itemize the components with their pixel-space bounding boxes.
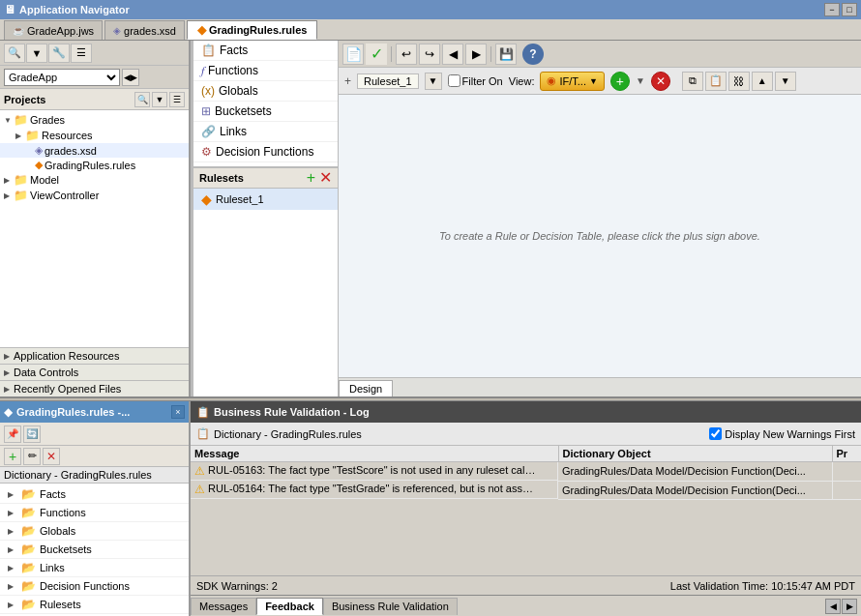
grades-xsd-icon: ◈ [113, 25, 121, 36]
tree-item-gradingrules[interactable]: ◆ GradingRules.rules [0, 158, 189, 172]
app-nav-btn[interactable]: ◀▶ [122, 69, 139, 86]
rulesets-del-btn[interactable]: ✕ [319, 170, 332, 186]
app-selector: GradeApp ◀▶ [0, 66, 189, 89]
check-btn[interactable]: ✓ [366, 44, 387, 65]
tab-gradeapp[interactable]: ☕ GradeApp.jws [4, 20, 103, 40]
down-btn[interactable]: ▼ [775, 72, 796, 91]
design-tab[interactable]: Design [339, 380, 393, 396]
tree-item-resources[interactable]: ▶ 📁 Resources [0, 128, 189, 143]
nav-item-decision[interactable]: ⚙ Decision Functions [193, 142, 338, 162]
bottom-tree-item-links[interactable]: ▶ 📂 Links [0, 559, 189, 577]
tab-gradingrules[interactable]: ◆ GradingRules.rules [187, 20, 317, 40]
toolbar-btn-1[interactable]: 🔍 [4, 44, 25, 63]
bottom-tree-item-rulesets[interactable]: ▶ 📂 Rulesets [0, 596, 189, 614]
toolbar-btn-4[interactable]: ☰ [71, 44, 92, 63]
nav-item-bucketsets[interactable]: ⊞ Bucketsets [193, 102, 338, 122]
recent-files-expand-icon: ▶ [4, 385, 14, 394]
section-data-controls[interactable]: ▶ Data Controls [0, 364, 189, 380]
tree-item-model[interactable]: ▶ 📁 Model [0, 172, 189, 188]
bottom-facts-folder: 📂 [21, 487, 36, 501]
nav-item-globals[interactable]: (x) Globals [193, 81, 338, 102]
log-row-1-message: ⚠ RUL-05163: The fact type "TestScore" i… [191, 462, 558, 481]
link-btn[interactable]: ⛓ [728, 72, 750, 91]
tab-gradeapp-label: GradeApp.jws [27, 25, 94, 37]
scroll-left-btn[interactable]: ◀ [825, 599, 841, 614]
tree-item-grades[interactable]: ▼ 📁 Grades [0, 112, 189, 128]
ruleset-current-name: Ruleset_1 [357, 73, 419, 89]
ruleset-dropdown-btn[interactable]: ▼ [425, 73, 442, 90]
filter-on-label[interactable]: Filter On [448, 74, 503, 87]
bottom-dict-title-text: Dictionary - GradingRules.rules [4, 469, 152, 481]
tb-separator-2 [490, 46, 491, 62]
back-btn[interactable]: ◀ [442, 44, 463, 65]
tab-gradingrules-label: GradingRules.rules [209, 24, 307, 36]
delete-rule-btn[interactable]: ✕ [651, 72, 670, 91]
redo-btn[interactable]: ↪ [419, 44, 440, 65]
add-dict-btn[interactable]: + [4, 448, 21, 465]
section-app-resources[interactable]: ▶ Application Resources [0, 347, 189, 364]
bottom-globals-folder: 📂 [21, 524, 36, 538]
nav-item-functions[interactable]: 𝑓 Functions [193, 61, 338, 81]
paste-btn[interactable]: 📋 [705, 72, 727, 91]
ruleset-1-label: Ruleset_1 [216, 193, 264, 205]
toolbar-btn-2[interactable]: ▼ [26, 44, 47, 63]
bottom-tree-item-facts[interactable]: ▶ 📂 Facts [0, 485, 189, 504]
save-btn[interactable]: 💾 [495, 44, 517, 65]
tab-feedback[interactable]: Feedback [256, 598, 323, 615]
bottom-tree-item-functions[interactable]: ▶ 📂 Functions [0, 504, 189, 522]
section-data-controls-label: Data Controls [14, 367, 78, 378]
log-row-2[interactable]: ⚠ RUL-05164: The fact type "TestGrade" i… [191, 481, 861, 499]
minimize-btn[interactable]: − [824, 3, 840, 16]
bucketsets-icon: ⊞ [201, 104, 211, 118]
scroll-right-btn[interactable]: ▶ [842, 599, 857, 614]
copy-btn[interactable]: ⧉ [682, 72, 703, 91]
up-btn[interactable]: ▲ [752, 72, 773, 91]
log-row-1-dict: GradingRules/Data Model/Decision Functio… [558, 462, 832, 482]
undo-btn[interactable]: ↩ [396, 44, 417, 65]
title-bar-text: Application Navigator [19, 4, 130, 15]
log-header-label: Business Rule Validation - Log [214, 406, 370, 418]
display-warnings-checkbox[interactable] [709, 427, 722, 440]
new-btn[interactable]: 📄 [342, 44, 364, 65]
projects-search-btn[interactable]: 🔍 [134, 92, 150, 107]
model-folder-icon: 📁 [14, 173, 28, 187]
bottom-tree-item-globals[interactable]: ▶ 📂 Globals [0, 522, 189, 541]
toolbar-btn-3[interactable]: 🔧 [48, 44, 70, 63]
bottom-bucketsets-label: Bucketsets [40, 543, 92, 555]
resources-expand-icon: ▶ [15, 132, 25, 140]
bottom-tree-item-bucketsets[interactable]: ▶ 📂 Bucketsets [0, 541, 189, 559]
log-row-1[interactable]: ⚠ RUL-05163: The fact type "TestScore" i… [191, 462, 861, 482]
rulesets-add-btn[interactable]: + [307, 170, 315, 186]
bottom-functions-label: Functions [40, 507, 86, 518]
section-recent-files[interactable]: ▶ Recently Opened Files [0, 380, 189, 396]
tree-item-grades-xsd[interactable]: ◈ grades.xsd [0, 143, 189, 158]
app-dropdown[interactable]: GradeApp [4, 69, 120, 86]
nav-item-facts[interactable]: 📋 Facts [193, 41, 338, 61]
view-dropdown-label: IF/T... [559, 75, 586, 87]
fwd-btn[interactable]: ▶ [465, 44, 487, 65]
del-dict-btn[interactable]: ✕ [43, 448, 60, 465]
projects-menu-btn[interactable]: ☰ [169, 92, 185, 107]
bottom-rulesets-folder: 📂 [21, 598, 36, 611]
xsd-file-icon: ◈ [35, 144, 43, 157]
view-dropdown-btn[interactable]: ◉ IF/T... ▼ [540, 72, 604, 91]
tab-grades-xsd[interactable]: ◈ grades.xsd [104, 20, 185, 40]
tab-messages[interactable]: Messages [191, 598, 256, 615]
help-btn[interactable]: ? [522, 44, 544, 65]
filter-checkbox[interactable] [448, 74, 460, 87]
add-rule-btn[interactable]: + [610, 72, 630, 91]
ruleset-item-1[interactable]: ◆ Ruleset_1 [193, 189, 338, 210]
bottom-tree-item-decision[interactable]: ▶ 📂 Decision Functions [0, 577, 189, 596]
projects-filter-btn[interactable]: ▼ [152, 92, 167, 107]
ruleset-toolbar: + Ruleset_1 ▼ Filter On View: ◉ IF/T... … [339, 68, 861, 95]
nav-item-links[interactable]: 🔗 Links [193, 122, 338, 142]
display-warnings-label[interactable]: Display New Warnings First [709, 427, 855, 440]
tree-item-viewcontroller[interactable]: ▶ 📁 ViewController [0, 188, 189, 203]
decision-icon: ⚙ [201, 145, 212, 159]
maximize-btn[interactable]: □ [842, 3, 857, 16]
refresh-btn[interactable]: 🔄 [23, 425, 41, 443]
pin-btn[interactable]: 📌 [4, 425, 21, 443]
tab-business-rule[interactable]: Business Rule Validation [323, 598, 458, 615]
edit-dict-btn[interactable]: ✏ [23, 448, 41, 465]
bottom-left-close-btn[interactable]: × [171, 405, 185, 419]
